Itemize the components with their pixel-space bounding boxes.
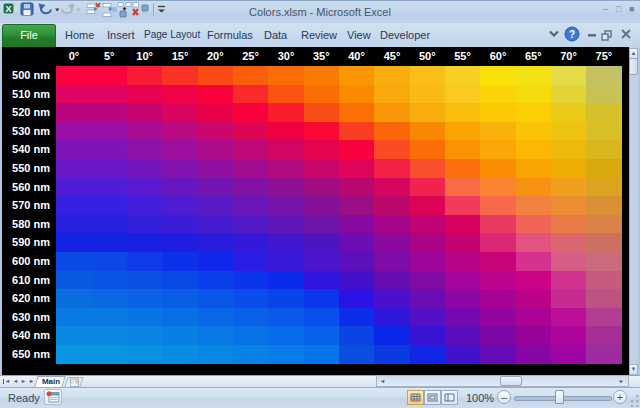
svg-text:?: ?: [569, 29, 575, 40]
svg-text:X: X: [5, 4, 11, 14]
